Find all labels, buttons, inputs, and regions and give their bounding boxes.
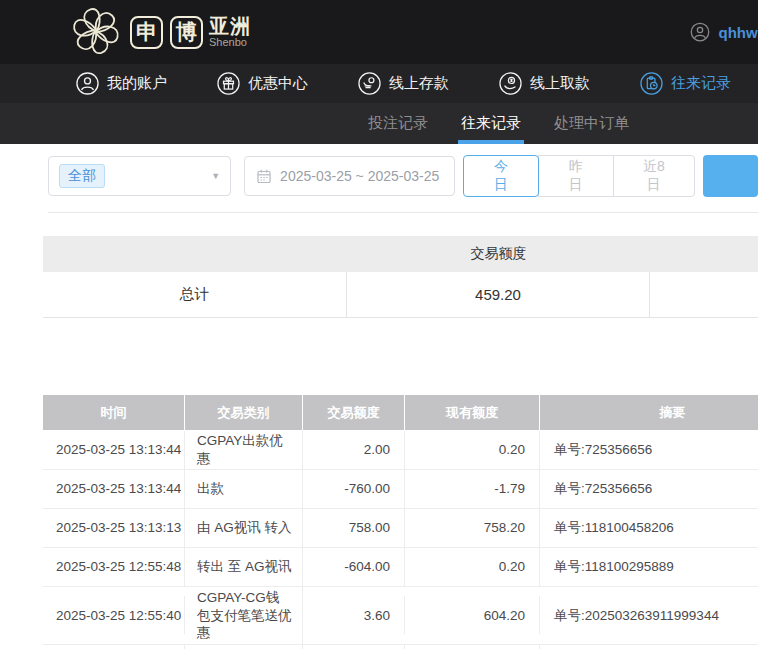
cell-time: 2025-03-25 13:13:44 xyxy=(43,470,185,508)
table-row: 2025-03-25 13:13:44 CGPAY出款优惠 2.00 0.20 … xyxy=(43,430,758,470)
cell-type: 转出 至 AG视讯 xyxy=(185,548,303,586)
divider xyxy=(48,212,758,213)
type-tag[interactable]: 全部 xyxy=(59,164,105,188)
cell-amount: 758.00 xyxy=(303,509,405,547)
col-header-balance: 现有额度 xyxy=(405,395,540,430)
brand-char-2: 博 xyxy=(170,16,203,49)
cell-balance: 0.20 xyxy=(405,548,540,586)
brand-region: 亚洲 xyxy=(209,16,251,37)
yesterday-button[interactable]: 昨日 xyxy=(538,155,614,197)
cell-summary: 单号:202503263911999344 xyxy=(540,596,758,634)
summary-total-label: 总计 xyxy=(43,272,347,317)
cell-type: 由 AG视讯 转入 xyxy=(185,509,303,547)
cell-time: 2025-03-25 12:55:40 xyxy=(43,645,185,649)
table-row: 2025-03-25 13:13:13 由 AG视讯 转入 758.00 758… xyxy=(43,509,758,548)
table-header-row: 时间 交易类别 交易额度 现有额度 摘要 xyxy=(43,395,758,430)
cell-time: 2025-03-25 12:55:48 xyxy=(43,548,185,586)
nav-label: 优惠中心 xyxy=(248,74,308,93)
summary-total-row: 总计 459.20 xyxy=(43,272,758,318)
nav-label: 线上取款 xyxy=(530,74,590,93)
cell-summary: 单号:725356656 xyxy=(540,431,758,469)
records-icon xyxy=(640,72,663,95)
date-range-value: 2025-03-25 ~ 2025-03-25 xyxy=(280,168,439,184)
chevron-down-icon: ▼ xyxy=(211,171,220,181)
cell-balance: 600.60 xyxy=(405,645,540,649)
sub-nav: 投注记录 往来记录 处理中订单 xyxy=(0,103,758,144)
col-header-time: 时间 xyxy=(43,395,185,430)
nav-item-promotions[interactable]: 优惠中心 xyxy=(217,72,308,95)
cell-time: 2025-03-25 13:13:13 xyxy=(43,509,185,547)
cell-time: 2025-03-25 13:13:44 xyxy=(43,431,185,469)
cell-amount: -604.00 xyxy=(303,548,405,586)
tab-pending-orders[interactable]: 处理中订单 xyxy=(554,103,629,144)
tab-betting-records[interactable]: 投注记录 xyxy=(368,103,428,144)
cell-type: CGPAY出款优惠 xyxy=(185,430,303,469)
cell-balance: 0.20 xyxy=(405,431,540,469)
active-tab-underline xyxy=(458,140,524,144)
records-table: 时间 交易类别 交易额度 现有额度 摘要 2025-03-25 13:13:44… xyxy=(43,395,758,649)
cell-time: 2025-03-25 12:55:40 xyxy=(43,596,185,634)
cell-type: CGPAY-CG钱包支付笔笔送优惠 xyxy=(185,587,303,644)
nav-label: 我的账户 xyxy=(107,74,167,93)
brand-characters: 申 博 xyxy=(130,16,203,49)
table-row: 2025-03-25 12:55:48 转出 至 AG视讯 -604.00 0.… xyxy=(43,548,758,587)
tab-label: 往来记录 xyxy=(461,114,521,133)
cell-balance: 758.20 xyxy=(405,509,540,547)
table-row: 2025-03-25 12:55:40 CGPAY-CG钱包支付笔笔送优惠 3.… xyxy=(43,587,758,645)
col-header-type: 交易类别 xyxy=(185,395,303,430)
main-nav: 我的账户 优惠中心 线上存款 xyxy=(0,64,758,103)
last-8-days-button[interactable]: 近8日 xyxy=(613,155,695,197)
cell-type: CGPAY支付 xyxy=(185,645,303,649)
username[interactable]: qhhw2 xyxy=(719,24,758,41)
type-select[interactable]: 全部 ▼ xyxy=(48,156,231,196)
user-icon xyxy=(76,72,99,95)
filter-row: 全部 ▼ 2025-03-25 ~ 2025-03-25 今日 昨日 近8日 xyxy=(48,155,758,197)
deposit-icon xyxy=(358,72,381,95)
summary-table: 交易额度 总计 459.20 xyxy=(43,236,758,318)
quick-date-buttons: 今日 昨日 近8日 xyxy=(463,155,695,197)
cell-balance: -1.79 xyxy=(405,470,540,508)
nav-label: 往来记录 xyxy=(671,74,731,93)
cell-summary: 单号:202503263911999344 xyxy=(540,645,758,649)
user-account[interactable]: qhhw2 xyxy=(690,22,758,42)
col-header-amount: 交易额度 xyxy=(303,395,405,430)
nav-item-deposit[interactable]: 线上存款 xyxy=(358,72,449,95)
table-row: 2025-03-25 12:55:40 CGPAY支付 600.00 600.6… xyxy=(43,645,758,649)
summary-empty-cell xyxy=(650,272,758,317)
cell-amount: -760.00 xyxy=(303,470,405,508)
cell-type: 出款 xyxy=(185,470,303,508)
cell-balance: 604.20 xyxy=(405,596,540,634)
summary-total-value: 459.20 xyxy=(347,272,650,317)
cell-summary: 单号:725356656 xyxy=(540,470,758,508)
cell-summary: 单号:118100458206 xyxy=(540,509,758,547)
avatar-icon xyxy=(690,22,710,42)
table-row: 2025-03-25 13:13:44 出款 -760.00 -1.79 单号:… xyxy=(43,470,758,509)
top-header: 申 博 亚洲 Shenbo qhhw2 xyxy=(0,0,758,64)
tab-label: 投注记录 xyxy=(368,114,428,133)
today-button[interactable]: 今日 xyxy=(463,155,539,197)
gift-icon xyxy=(217,72,240,95)
summary-header-row: 交易额度 xyxy=(43,236,758,272)
withdraw-icon xyxy=(499,72,522,95)
tab-label: 处理中订单 xyxy=(554,114,629,133)
nav-item-my-account[interactable]: 我的账户 xyxy=(76,72,167,95)
nav-item-records[interactable]: 往来记录 xyxy=(640,72,731,95)
brand-latin: Shenbo xyxy=(209,37,251,49)
cell-amount: 3.60 xyxy=(303,596,405,634)
nav-item-withdraw[interactable]: 线上取款 xyxy=(499,72,590,95)
summary-header-amount: 交易额度 xyxy=(347,245,650,263)
nav-label: 线上存款 xyxy=(389,74,449,93)
cell-summary: 单号:118100295889 xyxy=(540,548,758,586)
tab-transaction-records[interactable]: 往来记录 xyxy=(461,103,521,144)
search-button[interactable] xyxy=(703,155,758,197)
date-range-input[interactable]: 2025-03-25 ~ 2025-03-25 xyxy=(244,156,455,196)
brand-logo: 申 博 亚洲 Shenbo xyxy=(64,3,251,61)
brand-char-1: 申 xyxy=(130,16,163,49)
flower-logo-icon xyxy=(64,3,126,61)
cell-amount: 600.00 xyxy=(303,645,405,649)
col-header-summary: 摘要 xyxy=(540,395,758,430)
calendar-icon xyxy=(256,168,272,184)
cell-amount: 2.00 xyxy=(303,431,405,469)
